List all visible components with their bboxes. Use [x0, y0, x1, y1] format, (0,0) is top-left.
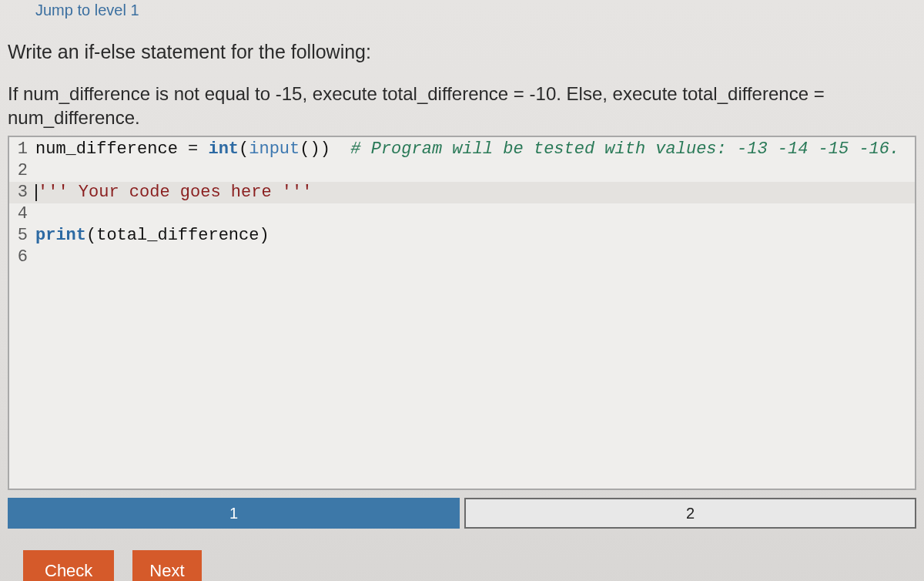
instruction-title: Write an if-else statement for the follo… [8, 33, 916, 82]
page-root: Jump to level 1 Write an if-else stateme… [0, 0, 924, 581]
code-line[interactable]: 3''' Your code goes here ''' [9, 182, 915, 203]
instruction-body: If num_difference is not equal to -15, e… [8, 82, 916, 134]
code-text[interactable] [35, 247, 915, 268]
line-number: 4 [9, 203, 35, 225]
code-text[interactable]: print(total_difference) [35, 225, 915, 247]
next-button[interactable]: Next [132, 550, 201, 581]
code-text[interactable] [35, 203, 915, 225]
text-cursor [35, 184, 37, 201]
code-text[interactable]: num_difference = int(input()) # Program … [35, 139, 915, 160]
code-line[interactable]: 1num_difference = int(input()) # Program… [9, 139, 915, 160]
action-buttons: Check Next [8, 550, 916, 581]
code-text[interactable] [35, 160, 915, 182]
line-number: 1 [9, 139, 35, 160]
step-tabs: 12 [8, 498, 916, 529]
step-tab-1[interactable]: 1 [8, 498, 460, 529]
code-line[interactable]: 2 [9, 160, 915, 182]
code-line[interactable]: 6 [9, 247, 915, 268]
code-text[interactable]: ''' Your code goes here ''' [35, 182, 915, 203]
check-button[interactable]: Check [23, 550, 114, 581]
jump-to-level-link[interactable]: Jump to level 1 [8, 0, 916, 33]
code-editor[interactable]: 1num_difference = int(input()) # Program… [8, 136, 916, 490]
line-number: 5 [9, 225, 35, 247]
line-number: 6 [9, 247, 35, 268]
line-number: 2 [9, 160, 35, 182]
line-number: 3 [9, 182, 35, 203]
step-tab-2[interactable]: 2 [464, 498, 916, 529]
code-line[interactable]: 5print(total_difference) [9, 225, 915, 247]
code-line[interactable]: 4 [9, 203, 915, 225]
